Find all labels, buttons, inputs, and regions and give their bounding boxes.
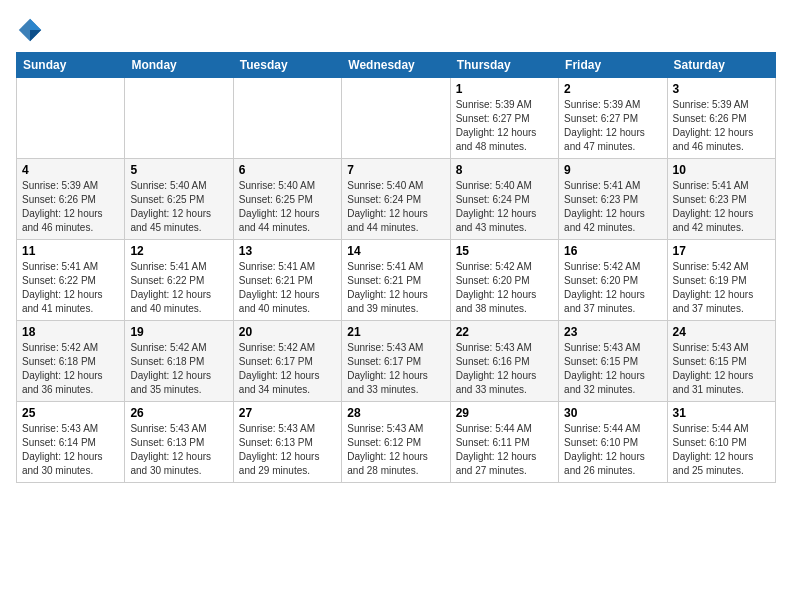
day-header-sunday: Sunday bbox=[17, 53, 125, 78]
day-number: 2 bbox=[564, 82, 661, 96]
week-row: 11Sunrise: 5:41 AM Sunset: 6:22 PM Dayli… bbox=[17, 240, 776, 321]
day-info: Sunrise: 5:41 AM Sunset: 6:23 PM Dayligh… bbox=[673, 179, 770, 235]
calendar-cell: 17Sunrise: 5:42 AM Sunset: 6:19 PM Dayli… bbox=[667, 240, 775, 321]
day-info: Sunrise: 5:41 AM Sunset: 6:22 PM Dayligh… bbox=[130, 260, 227, 316]
calendar-cell: 30Sunrise: 5:44 AM Sunset: 6:10 PM Dayli… bbox=[559, 402, 667, 483]
calendar-cell: 9Sunrise: 5:41 AM Sunset: 6:23 PM Daylig… bbox=[559, 159, 667, 240]
calendar-cell bbox=[125, 78, 233, 159]
day-number: 10 bbox=[673, 163, 770, 177]
day-info: Sunrise: 5:43 AM Sunset: 6:17 PM Dayligh… bbox=[347, 341, 444, 397]
calendar-cell: 2Sunrise: 5:39 AM Sunset: 6:27 PM Daylig… bbox=[559, 78, 667, 159]
day-info: Sunrise: 5:43 AM Sunset: 6:16 PM Dayligh… bbox=[456, 341, 553, 397]
day-number: 23 bbox=[564, 325, 661, 339]
calendar-cell: 7Sunrise: 5:40 AM Sunset: 6:24 PM Daylig… bbox=[342, 159, 450, 240]
day-number: 1 bbox=[456, 82, 553, 96]
day-header-friday: Friday bbox=[559, 53, 667, 78]
day-info: Sunrise: 5:41 AM Sunset: 6:21 PM Dayligh… bbox=[347, 260, 444, 316]
day-number: 29 bbox=[456, 406, 553, 420]
day-number: 25 bbox=[22, 406, 119, 420]
calendar-cell: 10Sunrise: 5:41 AM Sunset: 6:23 PM Dayli… bbox=[667, 159, 775, 240]
calendar-cell: 8Sunrise: 5:40 AM Sunset: 6:24 PM Daylig… bbox=[450, 159, 558, 240]
day-info: Sunrise: 5:40 AM Sunset: 6:24 PM Dayligh… bbox=[347, 179, 444, 235]
day-number: 3 bbox=[673, 82, 770, 96]
day-number: 31 bbox=[673, 406, 770, 420]
logo bbox=[16, 16, 48, 44]
day-header-saturday: Saturday bbox=[667, 53, 775, 78]
day-info: Sunrise: 5:41 AM Sunset: 6:21 PM Dayligh… bbox=[239, 260, 336, 316]
day-info: Sunrise: 5:39 AM Sunset: 6:26 PM Dayligh… bbox=[22, 179, 119, 235]
calendar-cell: 12Sunrise: 5:41 AM Sunset: 6:22 PM Dayli… bbox=[125, 240, 233, 321]
calendar-cell: 15Sunrise: 5:42 AM Sunset: 6:20 PM Dayli… bbox=[450, 240, 558, 321]
calendar-cell: 16Sunrise: 5:42 AM Sunset: 6:20 PM Dayli… bbox=[559, 240, 667, 321]
day-info: Sunrise: 5:40 AM Sunset: 6:24 PM Dayligh… bbox=[456, 179, 553, 235]
calendar-cell: 5Sunrise: 5:40 AM Sunset: 6:25 PM Daylig… bbox=[125, 159, 233, 240]
day-number: 28 bbox=[347, 406, 444, 420]
day-info: Sunrise: 5:42 AM Sunset: 6:18 PM Dayligh… bbox=[130, 341, 227, 397]
day-header-wednesday: Wednesday bbox=[342, 53, 450, 78]
calendar-cell: 3Sunrise: 5:39 AM Sunset: 6:26 PM Daylig… bbox=[667, 78, 775, 159]
day-info: Sunrise: 5:43 AM Sunset: 6:14 PM Dayligh… bbox=[22, 422, 119, 478]
calendar-cell: 20Sunrise: 5:42 AM Sunset: 6:17 PM Dayli… bbox=[233, 321, 341, 402]
day-number: 13 bbox=[239, 244, 336, 258]
day-number: 30 bbox=[564, 406, 661, 420]
calendar-cell: 13Sunrise: 5:41 AM Sunset: 6:21 PM Dayli… bbox=[233, 240, 341, 321]
day-info: Sunrise: 5:42 AM Sunset: 6:19 PM Dayligh… bbox=[673, 260, 770, 316]
day-number: 14 bbox=[347, 244, 444, 258]
day-header-thursday: Thursday bbox=[450, 53, 558, 78]
day-info: Sunrise: 5:39 AM Sunset: 6:27 PM Dayligh… bbox=[564, 98, 661, 154]
day-info: Sunrise: 5:43 AM Sunset: 6:13 PM Dayligh… bbox=[130, 422, 227, 478]
day-number: 5 bbox=[130, 163, 227, 177]
week-row: 18Sunrise: 5:42 AM Sunset: 6:18 PM Dayli… bbox=[17, 321, 776, 402]
day-info: Sunrise: 5:44 AM Sunset: 6:11 PM Dayligh… bbox=[456, 422, 553, 478]
day-number: 8 bbox=[456, 163, 553, 177]
calendar-cell: 31Sunrise: 5:44 AM Sunset: 6:10 PM Dayli… bbox=[667, 402, 775, 483]
week-row: 1Sunrise: 5:39 AM Sunset: 6:27 PM Daylig… bbox=[17, 78, 776, 159]
day-info: Sunrise: 5:40 AM Sunset: 6:25 PM Dayligh… bbox=[130, 179, 227, 235]
day-info: Sunrise: 5:40 AM Sunset: 6:25 PM Dayligh… bbox=[239, 179, 336, 235]
calendar-cell: 27Sunrise: 5:43 AM Sunset: 6:13 PM Dayli… bbox=[233, 402, 341, 483]
calendar-cell: 25Sunrise: 5:43 AM Sunset: 6:14 PM Dayli… bbox=[17, 402, 125, 483]
calendar-cell: 19Sunrise: 5:42 AM Sunset: 6:18 PM Dayli… bbox=[125, 321, 233, 402]
day-info: Sunrise: 5:42 AM Sunset: 6:18 PM Dayligh… bbox=[22, 341, 119, 397]
day-info: Sunrise: 5:41 AM Sunset: 6:23 PM Dayligh… bbox=[564, 179, 661, 235]
week-row: 4Sunrise: 5:39 AM Sunset: 6:26 PM Daylig… bbox=[17, 159, 776, 240]
day-number: 11 bbox=[22, 244, 119, 258]
calendar-cell: 24Sunrise: 5:43 AM Sunset: 6:15 PM Dayli… bbox=[667, 321, 775, 402]
calendar-cell: 18Sunrise: 5:42 AM Sunset: 6:18 PM Dayli… bbox=[17, 321, 125, 402]
day-info: Sunrise: 5:43 AM Sunset: 6:13 PM Dayligh… bbox=[239, 422, 336, 478]
day-number: 20 bbox=[239, 325, 336, 339]
day-info: Sunrise: 5:42 AM Sunset: 6:20 PM Dayligh… bbox=[564, 260, 661, 316]
calendar-cell bbox=[17, 78, 125, 159]
calendar-cell: 6Sunrise: 5:40 AM Sunset: 6:25 PM Daylig… bbox=[233, 159, 341, 240]
day-info: Sunrise: 5:43 AM Sunset: 6:12 PM Dayligh… bbox=[347, 422, 444, 478]
calendar-cell: 4Sunrise: 5:39 AM Sunset: 6:26 PM Daylig… bbox=[17, 159, 125, 240]
day-header-monday: Monday bbox=[125, 53, 233, 78]
week-row: 25Sunrise: 5:43 AM Sunset: 6:14 PM Dayli… bbox=[17, 402, 776, 483]
day-info: Sunrise: 5:43 AM Sunset: 6:15 PM Dayligh… bbox=[673, 341, 770, 397]
calendar-cell bbox=[233, 78, 341, 159]
calendar-cell: 1Sunrise: 5:39 AM Sunset: 6:27 PM Daylig… bbox=[450, 78, 558, 159]
calendar-cell: 23Sunrise: 5:43 AM Sunset: 6:15 PM Dayli… bbox=[559, 321, 667, 402]
day-number: 17 bbox=[673, 244, 770, 258]
calendar-cell: 28Sunrise: 5:43 AM Sunset: 6:12 PM Dayli… bbox=[342, 402, 450, 483]
day-info: Sunrise: 5:39 AM Sunset: 6:26 PM Dayligh… bbox=[673, 98, 770, 154]
day-info: Sunrise: 5:39 AM Sunset: 6:27 PM Dayligh… bbox=[456, 98, 553, 154]
day-number: 24 bbox=[673, 325, 770, 339]
day-number: 4 bbox=[22, 163, 119, 177]
day-header-tuesday: Tuesday bbox=[233, 53, 341, 78]
calendar-cell: 29Sunrise: 5:44 AM Sunset: 6:11 PM Dayli… bbox=[450, 402, 558, 483]
day-number: 19 bbox=[130, 325, 227, 339]
day-number: 15 bbox=[456, 244, 553, 258]
day-info: Sunrise: 5:44 AM Sunset: 6:10 PM Dayligh… bbox=[673, 422, 770, 478]
calendar-cell: 22Sunrise: 5:43 AM Sunset: 6:16 PM Dayli… bbox=[450, 321, 558, 402]
day-info: Sunrise: 5:42 AM Sunset: 6:17 PM Dayligh… bbox=[239, 341, 336, 397]
svg-marker-2 bbox=[30, 30, 41, 41]
calendar-cell: 14Sunrise: 5:41 AM Sunset: 6:21 PM Dayli… bbox=[342, 240, 450, 321]
calendar-cell: 11Sunrise: 5:41 AM Sunset: 6:22 PM Dayli… bbox=[17, 240, 125, 321]
calendar-cell bbox=[342, 78, 450, 159]
logo-icon bbox=[16, 16, 44, 44]
day-number: 7 bbox=[347, 163, 444, 177]
day-info: Sunrise: 5:42 AM Sunset: 6:20 PM Dayligh… bbox=[456, 260, 553, 316]
day-number: 6 bbox=[239, 163, 336, 177]
day-number: 12 bbox=[130, 244, 227, 258]
